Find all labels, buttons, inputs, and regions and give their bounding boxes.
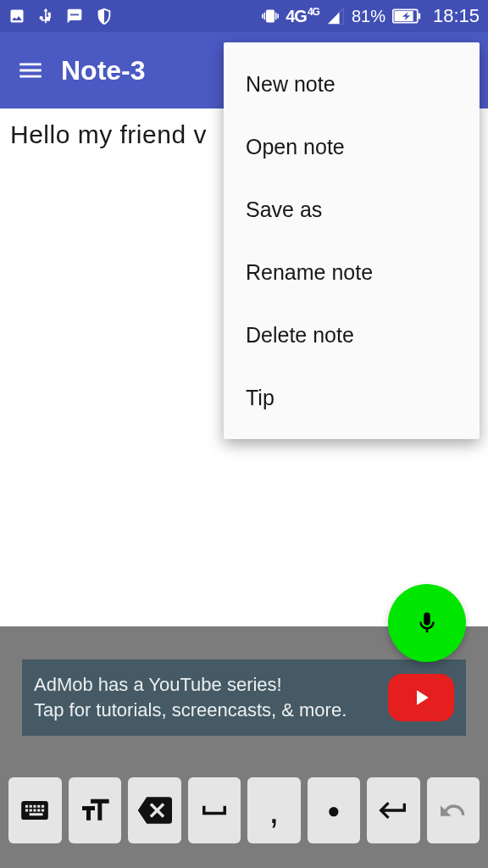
network-text: 4G: [286, 7, 307, 25]
vibrate-icon: [262, 8, 279, 25]
microphone-icon: [414, 610, 440, 636]
battery-charging-icon: [392, 8, 421, 24]
signal-icon: [326, 7, 345, 25]
text-size-button[interactable]: [69, 777, 122, 843]
text-size-icon: [78, 793, 112, 827]
backspace-button[interactable]: [128, 777, 181, 843]
ad-banner[interactable]: AdMob has a YouTube series! Tap for tuto…: [22, 659, 466, 736]
menu-item-save-as[interactable]: Save as: [224, 178, 480, 241]
menu-item-label: Save as: [246, 198, 322, 222]
usb-icon: [37, 8, 54, 25]
enter-button[interactable]: [367, 777, 420, 843]
menu-item-label: Rename note: [246, 260, 373, 285]
period-button[interactable]: ●: [308, 777, 361, 843]
undo-icon: [436, 793, 470, 827]
keyboard-toolbar: , ●: [0, 768, 488, 868]
space-bar-icon: [197, 793, 232, 828]
play-icon: [408, 685, 434, 710]
menu-item-delete-note[interactable]: Delete note: [224, 303, 480, 366]
network-sup: 4G: [308, 6, 319, 18]
status-bar: 4G4G 81% 18:15: [0, 0, 488, 32]
menu-item-open-note[interactable]: Open note: [224, 115, 480, 178]
status-time: 18:15: [433, 5, 480, 27]
menu-item-label: Tip: [246, 386, 274, 410]
menu-item-new-note[interactable]: New note: [224, 53, 480, 115]
menu-item-label: Open note: [246, 135, 345, 159]
backspace-icon: [136, 793, 172, 828]
menu-item-label: Delete note: [246, 323, 354, 348]
menu-button[interactable]: [12, 52, 49, 89]
keyboard-toggle-button[interactable]: [8, 777, 62, 843]
comma-label: ,: [269, 803, 279, 818]
svg-rect-1: [419, 14, 421, 19]
menu-item-label: New note: [246, 72, 336, 97]
ad-text: AdMob has a YouTube series! Tap for tuto…: [34, 674, 347, 721]
ad-line-1: AdMob has a YouTube series!: [34, 674, 347, 696]
page-title: Note-3: [61, 55, 146, 86]
period-label: ●: [327, 798, 341, 824]
image-icon: [8, 8, 25, 25]
menu-item-rename-note[interactable]: Rename note: [224, 241, 480, 303]
enter-icon: [376, 793, 410, 827]
status-right-icons: 4G4G 81% 18:15: [262, 5, 480, 27]
battery-percent: 81%: [352, 7, 385, 26]
ad-line-2: Tap for tutorials, screencasts, & more.: [34, 699, 347, 721]
space-button[interactable]: [188, 777, 241, 843]
keyboard-icon: [19, 794, 51, 826]
voice-input-fab[interactable]: [388, 584, 466, 662]
shield-icon: [95, 7, 114, 25]
hamburger-icon: [16, 56, 45, 85]
youtube-play-button[interactable]: [388, 674, 454, 721]
menu-item-tip[interactable]: Tip: [224, 366, 480, 429]
undo-button[interactable]: [427, 777, 480, 843]
message-icon: [66, 8, 83, 25]
status-left-icons: [8, 7, 114, 25]
network-label: 4G4G: [286, 7, 319, 26]
overflow-menu: New note Open note Save as Rename note D…: [224, 42, 480, 439]
comma-button[interactable]: ,: [247, 777, 301, 843]
